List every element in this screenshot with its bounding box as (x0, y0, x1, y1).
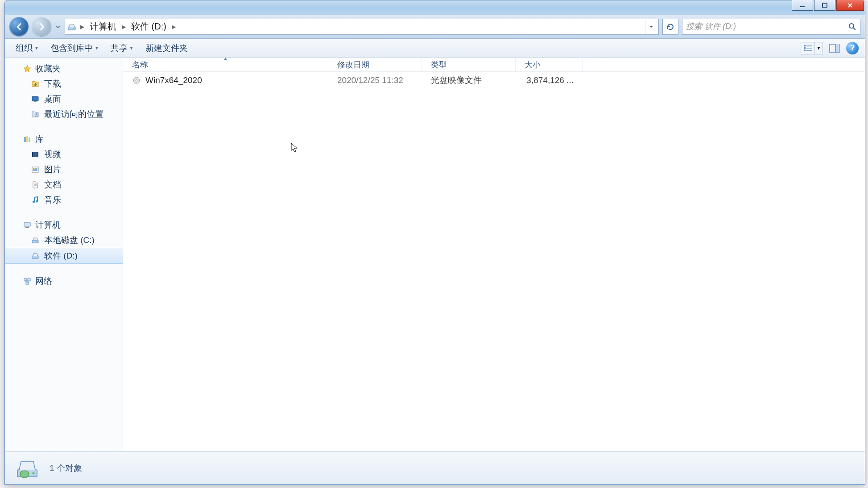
organize-menu[interactable]: 组织 ▼ (11, 41, 43, 56)
svg-rect-28 (24, 222, 30, 226)
file-date: 2020/12/25 11:32 (328, 75, 422, 85)
status-text: 1 个对象 (50, 463, 82, 474)
drive-icon (31, 251, 40, 260)
sort-ascending-icon: ▲ (223, 58, 228, 61)
new-folder-button[interactable]: 新建文件夹 (141, 41, 192, 56)
svg-rect-18 (26, 136, 28, 142)
include-label: 包含到库中 (50, 42, 93, 54)
chevron-down-icon: ▼ (95, 46, 99, 50)
sidebar-item-pictures[interactable]: 图片 (5, 162, 123, 177)
svg-rect-24 (33, 168, 37, 171)
view-list-icon (801, 42, 814, 54)
file-row[interactable]: Win7x64_2020 2020/12/25 11:32 光盘映像文件 3,8… (123, 72, 865, 89)
help-button[interactable]: ? (846, 42, 859, 54)
file-size: 3,874,126 ... (516, 75, 583, 85)
column-header-name[interactable]: 名称 ▲ (123, 58, 328, 71)
drive-large-icon (14, 456, 41, 481)
titlebar (5, 0, 865, 15)
svg-rect-29 (25, 227, 29, 228)
breadcrumb-sep-icon: ▶ (79, 24, 85, 30)
address-dropdown[interactable] (645, 20, 657, 34)
new-folder-label: 新建文件夹 (145, 42, 188, 54)
column-header-size[interactable]: 大小 (516, 58, 583, 71)
sidebar-item-drive-c[interactable]: 本地磁盘 (C:) (5, 233, 123, 248)
sidebar-network-header[interactable]: 网络 (5, 274, 123, 289)
svg-point-42 (20, 471, 29, 478)
drive-icon (31, 236, 40, 245)
document-icon (31, 180, 40, 189)
svg-rect-0 (800, 6, 805, 7)
svg-rect-37 (26, 282, 29, 284)
svg-point-34 (37, 257, 37, 258)
forward-button[interactable] (32, 17, 51, 36)
sidebar-item-downloads[interactable]: 下载 (5, 76, 123, 92)
maximize-button[interactable] (814, 0, 835, 11)
svg-point-39 (136, 79, 137, 81)
column-header-date[interactable]: 修改日期 (328, 58, 422, 71)
breadcrumb-computer[interactable]: 计算机 (88, 20, 118, 33)
minimize-button[interactable] (792, 0, 813, 11)
close-button[interactable] (836, 0, 864, 11)
svg-rect-17 (24, 137, 26, 142)
svg-rect-30 (25, 228, 30, 228)
svg-rect-21 (32, 152, 33, 157)
sidebar-network-label: 网络 (35, 275, 52, 287)
sidebar-item-label: 图片 (44, 164, 61, 175)
downloads-icon (31, 79, 40, 88)
search-input[interactable] (686, 22, 848, 31)
file-list-pane: 名称 ▲ 修改日期 类型 大小 Win7x64_2020 (123, 58, 865, 451)
sidebar-item-videos[interactable]: 视频 (5, 147, 123, 162)
column-label: 类型 (431, 59, 447, 70)
sidebar-libraries-header[interactable]: 库 (5, 132, 123, 147)
svg-rect-8 (806, 48, 812, 49)
music-icon (31, 196, 40, 204)
column-headers: 名称 ▲ 修改日期 类型 大小 (123, 58, 865, 72)
sidebar-favorites-label: 收藏夹 (35, 63, 61, 75)
sidebar-favorites-header[interactable]: 收藏夹 (5, 61, 123, 76)
refresh-button[interactable] (662, 19, 678, 35)
disc-image-icon (132, 76, 141, 85)
explorer-window: ▶ 计算机 ▶ 软件 (D:) ▶ (4, 0, 865, 485)
chevron-down-icon: ▼ (34, 46, 39, 50)
file-name: Win7x64_2020 (145, 75, 202, 85)
svg-point-27 (36, 200, 38, 203)
sidebar-item-recent[interactable]: 最近访问的位置 (5, 107, 123, 122)
breadcrumb-drive-d[interactable]: 软件 (D:) (129, 20, 168, 33)
svg-rect-7 (804, 47, 806, 49)
svg-point-25 (34, 168, 35, 169)
back-button[interactable] (9, 17, 29, 36)
sidebar-item-label: 文档 (44, 179, 61, 191)
svg-rect-22 (37, 152, 38, 157)
desktop-icon (31, 95, 40, 104)
share-menu[interactable]: 共享 ▼ (106, 41, 138, 56)
breadcrumb-sep-icon: ▶ (121, 24, 127, 30)
include-in-library-menu[interactable]: 包含到库中 ▼ (46, 41, 103, 56)
breadcrumb-sep-icon: ▶ (171, 24, 177, 30)
sidebar-item-music[interactable]: 音乐 (5, 192, 123, 208)
svg-rect-15 (34, 101, 37, 102)
svg-rect-1 (823, 3, 827, 7)
address-bar[interactable]: ▶ 计算机 ▶ 软件 (D:) ▶ (65, 19, 659, 35)
svg-rect-12 (835, 44, 839, 52)
column-header-type[interactable]: 类型 (422, 58, 516, 71)
svg-rect-35 (24, 279, 27, 281)
sidebar-item-desktop[interactable]: 桌面 (5, 92, 123, 107)
network-icon (23, 277, 32, 286)
svg-rect-36 (28, 279, 30, 281)
svg-point-32 (37, 241, 37, 242)
sidebar-item-documents[interactable]: 文档 (5, 177, 123, 192)
svg-rect-10 (806, 50, 812, 51)
sidebar-computer-header[interactable]: 计算机 (5, 217, 123, 233)
sidebar-item-label: 最近访问的位置 (44, 108, 103, 120)
sidebar-item-drive-d[interactable]: 软件 (D:) (5, 248, 123, 264)
status-bar: 1 个对象 (5, 451, 865, 484)
column-label: 名称 (132, 59, 148, 70)
preview-pane-button[interactable] (827, 42, 842, 54)
search-box[interactable] (682, 19, 860, 35)
nav-history-dropdown[interactable] (55, 24, 61, 29)
svg-rect-9 (804, 50, 806, 51)
svg-point-41 (33, 472, 35, 474)
computer-icon (23, 221, 32, 229)
view-mode-button[interactable]: ▼ (801, 42, 823, 54)
sidebar-item-label: 软件 (D:) (44, 250, 78, 262)
